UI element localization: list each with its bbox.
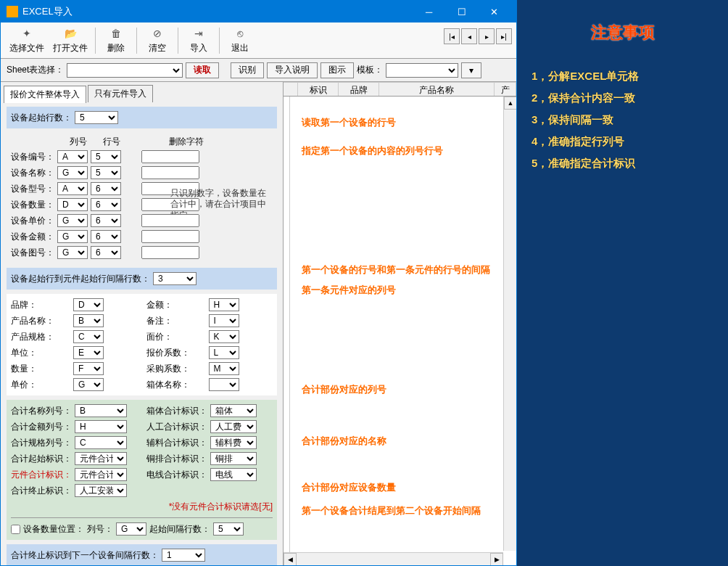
qty-gap-select[interactable]: 5 (213, 522, 244, 536)
gap-select[interactable]: 3 (153, 272, 197, 285)
import-note-button[interactable]: 导入说明 (267, 62, 318, 78)
part-label: 单价： (11, 379, 70, 391)
tab-parts-only[interactable]: 只有元件导入 (88, 85, 153, 102)
part-select[interactable]: I (209, 314, 239, 327)
row-header: 行号 (95, 136, 128, 149)
tail-select[interactable]: 1 (162, 549, 205, 562)
scrollbar-horizontal[interactable]: ◀▶ (284, 552, 503, 565)
part-select[interactable]: G (73, 378, 104, 391)
sheet-select[interactable] (67, 63, 183, 78)
close-button[interactable]: ✕ (478, 1, 510, 22)
app-icon (7, 6, 18, 17)
part-select[interactable]: K (209, 330, 239, 343)
sum-select[interactable]: 人工安装费 (75, 484, 127, 497)
part-select[interactable]: E (73, 346, 104, 359)
dev-row-select[interactable]: 6 (91, 214, 121, 227)
qty-checkbox[interactable] (11, 525, 20, 534)
sum-mark-select[interactable]: 铜排 (210, 452, 257, 465)
dev-row-select[interactable]: 6 (91, 182, 121, 195)
sum-mark-label: 人工合计标识： (146, 421, 207, 433)
dev-start-select[interactable]: 5 (75, 111, 118, 124)
open-file-button[interactable]: 📂打开文件 (49, 25, 92, 56)
part-select[interactable]: B (73, 314, 104, 327)
part-select[interactable]: L (209, 346, 239, 359)
nav-next-button[interactable]: ▸ (479, 28, 495, 44)
legend-button[interactable]: 图示 (320, 62, 354, 78)
part-label: 采购系数： (146, 363, 206, 375)
tab-full-import[interactable]: 报价文件整体导入 (4, 86, 86, 103)
toolbar: ✦选择文件 📂打开文件 🗑删除 ⊘清空 ⇥导入 ⎋退出 |◂ ◂ ▸ ▸| (1, 22, 516, 59)
part-label: 箱体名称： (146, 379, 206, 391)
notes-sidebar: 注意事项 1，分解EXCEL单元格2，保持合计内容一致3，保持间隔一致4，准确指… (517, 0, 728, 566)
dev-col-select[interactable]: D (57, 198, 88, 211)
recognize-button[interactable]: 识别 (231, 62, 264, 78)
toolbar-nav: |◂ ◂ ▸ ▸| (444, 28, 512, 44)
sum-select[interactable]: 元件合计 (75, 452, 127, 465)
template-menu-button[interactable]: ▾ (461, 62, 481, 78)
dev-del-input[interactable] (141, 214, 199, 227)
maximize-button[interactable]: ☐ (445, 1, 478, 22)
dev-col-select[interactable]: G (57, 214, 88, 227)
scroll-up-button[interactable]: ▲ (504, 97, 516, 110)
dev-col-select[interactable]: G (57, 166, 88, 179)
dev-field-label: 设备单价： (11, 215, 54, 227)
dev-del-input[interactable] (141, 246, 199, 259)
grid-col-mark: 标识 (298, 82, 339, 96)
exit-button[interactable]: ⎋退出 (223, 25, 257, 56)
template-select[interactable] (386, 63, 458, 78)
dev-row-select[interactable]: 6 (91, 246, 121, 259)
sum-mark-select[interactable]: 电线 (210, 468, 257, 481)
dev-field-label: 设备图号： (11, 247, 54, 259)
qty-col-select[interactable]: G (116, 522, 146, 536)
sum-label: 合计名称列号： (11, 405, 72, 417)
qty-gap-label: 起始间隔行数： (149, 523, 210, 536)
clear-button[interactable]: ⊘清空 (140, 25, 175, 56)
dev-field-label: 设备数量： (11, 199, 54, 211)
dev-del-input[interactable] (141, 150, 199, 163)
annotation: 第一个设备合计结尾到第二个设备开始间隔 (302, 504, 481, 517)
note-item: 1，分解EXCEL单元格 (531, 65, 713, 87)
sum-select[interactable]: B (75, 404, 127, 417)
part-select[interactable]: F (73, 362, 104, 375)
dev-col-select[interactable]: G (57, 246, 88, 259)
dev-row-select[interactable]: 6 (91, 230, 121, 243)
sum-select[interactable]: C (75, 436, 127, 449)
minimize-button[interactable]: ─ (413, 1, 445, 22)
part-select[interactable]: C (73, 330, 104, 343)
read-button[interactable]: 读取 (186, 62, 219, 78)
dev-del-input[interactable] (141, 166, 199, 179)
part-select[interactable] (209, 378, 239, 391)
scroll-left-button[interactable]: ◀ (284, 553, 297, 565)
select-file-button[interactable]: ✦选择文件 (5, 25, 49, 56)
sum-select[interactable]: 元件合计 (75, 468, 127, 481)
notes-title: 注意事项 (531, 22, 713, 44)
scrollbar-vertical[interactable]: ▲ (503, 97, 516, 551)
part-select[interactable]: H (209, 298, 239, 311)
part-select[interactable]: D (73, 298, 104, 311)
delete-button[interactable]: 🗑删除 (99, 25, 133, 56)
dev-col-select[interactable]: A (57, 150, 88, 163)
dev-col-select[interactable]: G (57, 230, 88, 243)
grid-header: 标识 品牌 产品名称 产 (284, 82, 516, 97)
nav-last-button[interactable]: ▸| (496, 28, 512, 44)
scroll-right-button[interactable]: ▶ (490, 553, 503, 565)
nav-first-button[interactable]: |◂ (444, 28, 460, 44)
dev-del-input[interactable] (141, 230, 199, 243)
dev-row-select[interactable]: 5 (91, 166, 121, 179)
sum-mark-select[interactable]: 辅料费 (210, 436, 257, 449)
dev-row-select[interactable]: 5 (91, 150, 121, 163)
dev-row-select[interactable]: 6 (91, 198, 121, 211)
import-button[interactable]: ⇥导入 (181, 25, 216, 56)
sum-select[interactable]: H (75, 420, 127, 433)
sum-mark-select[interactable]: 人工费 (210, 420, 257, 433)
part-select[interactable]: M (209, 362, 239, 375)
qty-chk-label: 设备数量位置： (23, 523, 84, 536)
dev-col-select[interactable]: A (57, 182, 88, 195)
col-header: 列号 (62, 136, 95, 149)
sum-mark-label: 铜排合计标识： (146, 453, 207, 465)
del-header: 删除字符 (157, 136, 215, 149)
nav-prev-button[interactable]: ◂ (461, 28, 477, 44)
grid-col-blank (284, 82, 298, 96)
part-label: 备注： (146, 315, 206, 327)
sum-mark-select[interactable]: 箱体 (210, 404, 257, 417)
